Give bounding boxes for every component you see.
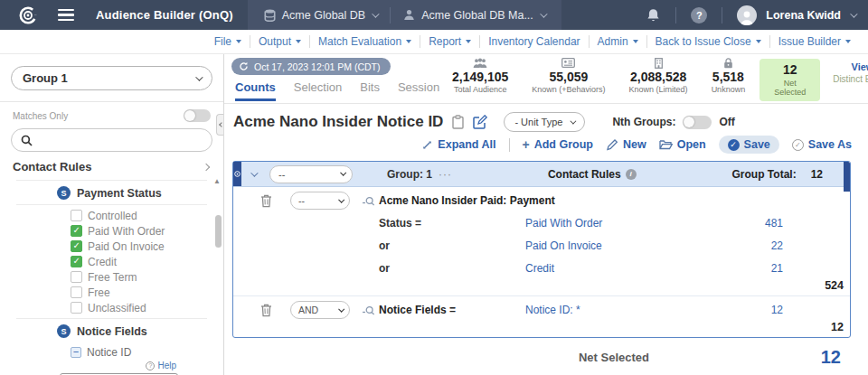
checkbox-icon [71, 286, 82, 298]
refresh-timestamp-pill[interactable]: Oct 17, 2023 12:01 PM (CDT) [231, 58, 391, 75]
chevron-right-icon [203, 163, 210, 170]
checkbox-free[interactable]: Free [0, 285, 223, 300]
criteria-value-link[interactable]: Notice ID: * [525, 304, 697, 316]
help-icon[interactable]: ? [691, 7, 707, 23]
group-operator-select[interactable]: -- [269, 165, 353, 183]
group-menu-ellipsis[interactable]: ··· [439, 168, 452, 181]
payment-status-header: S Payment Status [0, 181, 223, 204]
database-selector[interactable]: Acme Global DB [257, 9, 384, 22]
stat-known-behaviors: 55,059 Known (+Behaviors) [532, 58, 605, 94]
checkbox-icon [71, 240, 82, 252]
checkbox-paid-on-invoice[interactable]: Paid On Invoice [0, 239, 223, 254]
rule-operator-select[interactable]: AND [290, 301, 350, 319]
collapse-minus-icon: − [71, 347, 81, 358]
lock-icon [723, 58, 733, 69]
menu-report[interactable]: Report [420, 35, 479, 48]
database-selectors: Acme Global DB Acme Global DB Ma... [248, 0, 561, 30]
menu-admin[interactable]: Admin [590, 35, 646, 48]
building-icon [655, 58, 663, 69]
open-button[interactable]: Open [659, 138, 706, 151]
group-scrollbar[interactable] [844, 162, 850, 192]
audience-title: Acme Nano Insider Notice ID [233, 113, 443, 131]
stat-unknown: 5,518 Unknown [712, 58, 746, 94]
save-button[interactable]: ✓ Save [719, 136, 779, 154]
divider [0, 101, 223, 102]
criteria-value-link[interactable]: Paid With Order [525, 217, 697, 230]
lookup-search-icon[interactable] [362, 305, 375, 315]
tab-bits[interactable]: Bits [360, 80, 380, 101]
new-button[interactable]: New [606, 138, 646, 151]
menu-file[interactable]: File [206, 35, 250, 48]
criteria-count[interactable]: 22 [697, 239, 783, 252]
menu-issue-builder[interactable]: Issue Builder [770, 35, 859, 48]
expand-arrows-icon [421, 139, 433, 151]
criteria-count[interactable]: 12 [697, 304, 783, 316]
notice-fields-header: S Notice Fields [0, 319, 223, 342]
stat-total-audience: 2,149,105 Total Audience [452, 58, 508, 94]
checkbox-unclassified[interactable]: Unclassified [0, 300, 223, 315]
matches-only-toggle[interactable] [184, 109, 211, 122]
criteria-value-link[interactable]: Paid On Invoice [525, 239, 697, 252]
rule-subtotal: 12 [233, 321, 850, 335]
pencil-icon [606, 139, 618, 151]
menu-hamburger-icon[interactable] [58, 9, 74, 22]
tab-session[interactable]: Session [398, 80, 439, 101]
criteria-count[interactable]: 481 [697, 217, 783, 230]
tab-counts[interactable]: Counts [235, 80, 276, 101]
caret-down-icon [406, 40, 411, 43]
menu-inventory-calendar[interactable]: Inventory Calendar [480, 35, 588, 48]
checkbox-controlled[interactable]: Controlled [0, 208, 223, 223]
nth-groups-state: Off [719, 116, 734, 128]
checkbox-credit[interactable]: Credit [0, 254, 223, 269]
menu-output[interactable]: Output [250, 35, 309, 48]
group-drag-bar[interactable] [233, 162, 241, 186]
add-group-button[interactable]: + Add Group [523, 137, 593, 152]
sidebar-scrollbar[interactable] [215, 215, 222, 248]
builder-actions: Expand All + Add Group New Open [224, 133, 868, 156]
menu-match-evaluation[interactable]: Match Evaluation [310, 35, 420, 48]
search-icon [21, 135, 33, 146]
user-avatar[interactable] [737, 5, 757, 25]
notice-id-item[interactable]: − Notice ID [0, 342, 223, 359]
delete-rule-icon[interactable] [260, 194, 272, 208]
help-link[interactable]: ? Help [146, 361, 176, 370]
expand-all-button[interactable]: Expand All [421, 138, 495, 151]
save-as-button[interactable]: ✓ Save As [792, 138, 852, 151]
brand-logo-icon [18, 5, 38, 25]
notifications-bell-icon[interactable] [646, 7, 661, 23]
checkbox-free-term[interactable]: Free Term [0, 269, 223, 285]
menu-back-to-issue-close[interactable]: Back to Issue Close [647, 35, 769, 48]
delete-rule-icon[interactable] [260, 304, 272, 317]
copy-clipboard-icon[interactable] [452, 115, 464, 129]
chevron-down-icon [850, 10, 857, 17]
lookup-search-icon[interactable] [362, 196, 375, 206]
criteria-connector: or [379, 239, 525, 252]
sidebar-collapse-handle[interactable] [216, 114, 224, 136]
sidebar-search[interactable] [11, 128, 212, 152]
group-select[interactable]: Group 1 [11, 66, 212, 90]
main-panel: Oct 17, 2023 12:01 PM (CDT) Counts Selec… [224, 54, 868, 375]
group-target-icon [234, 171, 241, 177]
tab-selection[interactable]: Selection [294, 80, 342, 101]
profile-selector[interactable]: Acme Global DB Ma... [396, 9, 552, 22]
info-icon[interactable]: i [626, 169, 637, 180]
divider [390, 7, 391, 23]
criteria-value-link[interactable]: Credit [525, 262, 697, 275]
search-input[interactable] [38, 134, 203, 146]
scroll-up-icon[interactable]: ▲ [213, 177, 221, 185]
divider [509, 138, 510, 152]
contact-rules-header[interactable]: Contact Rules [0, 152, 223, 180]
group-total: Group Total: 12 [732, 168, 823, 181]
view-distinct-emails[interactable]: View Distinct Emails [833, 61, 868, 84]
group-collapse-chevron-icon[interactable] [250, 169, 258, 176]
checkbox-paid-with-order[interactable]: Paid With Order [0, 223, 223, 239]
rule-operator-select[interactable]: -- [290, 192, 350, 210]
checkbox-icon [71, 271, 82, 283]
criteria-count[interactable]: 21 [697, 262, 783, 275]
user-menu[interactable]: Lorena Kwidd [766, 9, 841, 22]
edit-title-icon[interactable] [473, 115, 487, 129]
help-question-icon: ? [146, 361, 155, 370]
stat-known-limited: 2,088,528 Known (Limited) [629, 58, 688, 94]
unit-type-dropdown[interactable]: - Unit Type [504, 112, 585, 132]
nth-groups-toggle[interactable] [683, 116, 712, 129]
